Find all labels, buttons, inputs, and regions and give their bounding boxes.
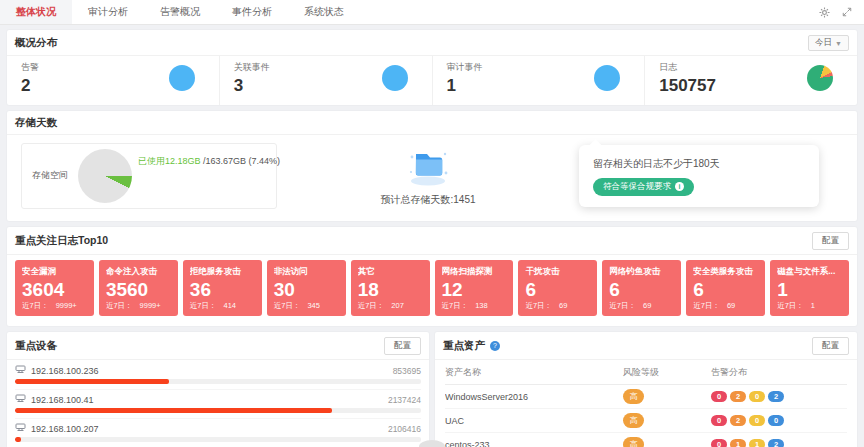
alert-badge-critical: 0 [711,391,727,402]
log-card-value: 30 [274,279,339,302]
device-bar-track [15,408,421,413]
storage-space-label: 存储空间 [32,169,68,182]
assets-config-button[interactable]: 配置 [812,337,849,355]
assets-title: 重点资产 [443,339,485,353]
log-card-sub-value: 207 [391,301,404,310]
alarm-circle-icon [169,65,195,91]
compliance-note-bubble: 留存相关的日志不少于180天 符合等保合规要求 i [579,145,819,207]
log-card-sub-value: 69 [559,301,567,310]
log-card-sub-value: 69 [727,301,735,310]
stat-alarm-label: 告警 [21,61,39,74]
assets-table-header: 资产名称 风险等级 告警分布 [445,360,847,385]
compliance-note-text: 留存相关的日志不少于180天 [593,157,805,171]
log-card-sub-label: 近7日： [106,301,133,310]
alert-badge-critical: 0 [711,415,727,426]
stat-correlated-label: 关联事件 [234,61,270,74]
nav-tabs: 整体状况 审计分析 告警概况 事件分析 系统状态 [0,0,360,24]
log-card-value: 3604 [22,279,87,302]
log-card-phishing[interactable]: 网络钓鱼攻击 6 近7日：69 [602,260,681,317]
log-card-title: 其它 [358,266,423,278]
help-icon[interactable]: ? [490,341,500,351]
device-row[interactable]: 192.168.100.41 2137424 [15,390,421,419]
log-card-value: 12 [442,279,507,302]
alert-badge-medium: 0 [749,415,765,426]
log-card-sub-value: 138 [475,301,488,310]
storage-pie [78,149,132,203]
log-card-illegal-access[interactable]: 非法访问 30 近7日：345 [267,260,346,317]
log-card-sub-value: 9999+ [56,301,77,310]
devices-list: 192.168.100.236 853695 192.168.100.41 21… [7,360,429,447]
log-card-cmd-injection[interactable]: 命令注入攻击 3560 近7日：9999+ [99,260,178,317]
device-bar-track [15,437,421,442]
alert-distribution: 0 2 0 0 [711,415,847,426]
overview-section: 概况分布 今日 ▼ 告警 2 关联事件 3 [7,30,857,105]
stat-logs-label: 日志 [659,61,716,74]
risk-badge: 高 [623,413,644,428]
storage-days: 预计总存储天数:1451 [277,145,579,207]
log-card-value: 6 [525,279,590,302]
log-card-value: 6 [693,279,758,302]
device-value: 2137424 [388,395,421,405]
log-card-others[interactable]: 其它 18 近7日：207 [351,260,430,317]
col-header-name: 资产名称 [445,366,623,379]
alert-distribution: 0 1 1 2 [711,439,847,447]
device-row[interactable]: 192.168.100.236 853695 [15,361,421,390]
tab-overall-status[interactable]: 整体状况 [0,0,72,24]
log-card-sub-label: 近7日： [22,301,49,310]
log-card-sub-value: 414 [223,301,236,310]
alert-badge-low: 2 [768,439,784,447]
risk-badge: 高 [623,437,644,447]
device-icon [15,365,26,376]
tab-event-analysis[interactable]: 事件分析 [216,0,288,24]
fullscreen-expand-icon[interactable] [842,7,852,17]
log-card-interference[interactable]: 干扰攻击 6 近7日：69 [518,260,597,317]
asset-name: UAC [445,416,623,426]
log-card-dos[interactable]: 拒绝服务攻击 36 近7日：414 [183,260,262,317]
device-bar-fill [15,408,332,413]
storage-title: 存储天数 [15,116,57,130]
compliance-badge[interactable]: 符合等保合规要求 i [593,178,694,196]
log-card-sub-label: 近7日： [274,301,301,310]
tab-audit-analysis[interactable]: 审计分析 [72,0,144,24]
devices-config-button[interactable]: 配置 [384,337,421,355]
alert-badge-high: 1 [730,439,746,447]
log-card-sub-value: 1 [811,301,815,310]
log-card-value: 36 [190,279,255,302]
period-select[interactable]: 今日 ▼ [808,35,849,51]
top10-config-button[interactable]: 配置 [812,232,849,250]
log-card-security-vuln[interactable]: 安全漏洞 3604 近7日：9999+ [15,260,94,317]
log-card-sub-label: 近7日： [693,301,720,310]
log-card-sub-label: 近7日： [609,301,636,310]
log-card-title: 磁盘与文件系... [777,266,842,278]
alert-distribution: 0 2 0 2 [711,391,847,402]
period-label: 今日 [815,37,832,49]
log-card-title: 安全类服务攻击 [693,266,758,278]
log-pie [807,65,833,91]
tab-alarm-overview[interactable]: 告警概况 [144,0,216,24]
col-header-risk: 风险等级 [623,366,711,379]
devices-title: 重点设备 [15,339,57,353]
log-card-value: 3560 [106,279,171,302]
log-card-scan-probe[interactable]: 网络扫描探测 12 近7日：138 [435,260,514,317]
device-row[interactable]: 192.168.100.207 2106416 [15,419,421,447]
storage-usage-text: 已使用12.18GB /163.67GB (7.44%) [138,155,280,168]
log-card-security-service[interactable]: 安全类服务攻击 6 近7日：69 [686,260,765,317]
settings-gear-icon[interactable] [819,7,830,18]
log-card-sub-label: 近7日： [777,301,804,310]
log-card-sub-label: 近7日： [358,301,385,310]
folder-illustration [405,145,451,191]
log-card-disk-filesystem[interactable]: 磁盘与文件系... 1 近7日：1 [770,260,849,317]
log-card-sub-label: 近7日： [525,301,552,310]
asset-row[interactable]: centos-233 高 0 1 1 2 [445,433,847,447]
log-card-value: 1 [777,279,842,302]
col-header-alerts: 告警分布 [711,366,847,379]
asset-row[interactable]: WindowsServer2016 高 0 2 0 2 [445,385,847,409]
stat-audit-events: 审计事件 1 [433,56,646,105]
top10-title: 重点关注日志Top10 [15,234,108,248]
tab-system-status[interactable]: 系统状态 [288,0,360,24]
overview-title: 概况分布 [15,36,57,50]
alert-badge-medium: 0 [749,391,765,402]
top10-section: 重点关注日志Top10 配置 安全漏洞 3604 近7日：9999+ 命令注入攻… [7,227,857,327]
asset-row[interactable]: UAC 高 0 2 0 0 [445,409,847,433]
stat-logs: 日志 150757 [645,56,857,105]
